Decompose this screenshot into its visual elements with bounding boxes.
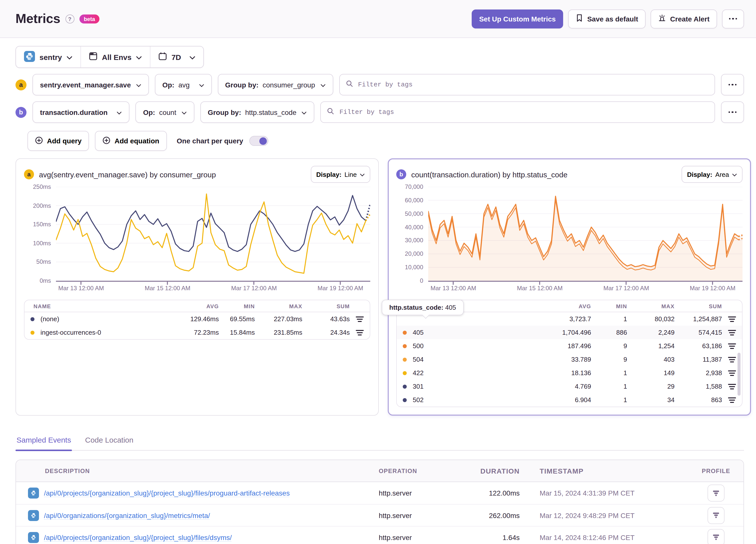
chart-b-badge: b bbox=[396, 169, 406, 179]
event-timestamp: Mar 12, 2024 9:48:29 PM CET bbox=[524, 511, 689, 519]
chevron-down-icon bbox=[117, 108, 122, 116]
query-a-metric-select[interactable]: sentry.event_manager.save bbox=[32, 74, 149, 95]
event-description-link[interactable]: /api/0/projects/{organization_slug}/{pro… bbox=[44, 533, 379, 541]
series-avg: 33.789 bbox=[544, 356, 591, 363]
project-selector[interactable]: sentry bbox=[16, 46, 80, 67]
y-tick-label: 50,000 bbox=[405, 210, 423, 217]
date-range-selector[interactable]: 7D bbox=[150, 46, 203, 67]
query-a-tag-filter-input[interactable] bbox=[357, 80, 709, 89]
legend-series-row[interactable]: 500 187.496 9 1,254 63,186 bbox=[397, 339, 742, 353]
y-tick-label: 10,000 bbox=[405, 264, 423, 271]
series-color-dot bbox=[30, 330, 34, 334]
legend-scrollbar[interactable] bbox=[738, 353, 741, 396]
series-tooltip: http.status_code: 405 bbox=[382, 300, 463, 315]
y-tick-label: 100ms bbox=[33, 240, 51, 247]
chart-b-display-select[interactable]: Display: Area bbox=[682, 166, 743, 183]
event-duration: 122.00ms bbox=[464, 489, 524, 497]
x-tick bbox=[539, 282, 540, 285]
search-icon bbox=[327, 107, 335, 117]
event-timestamp: Mar 15, 2024 4:31:39 PM CET bbox=[524, 489, 689, 497]
one-chart-per-query-toggle[interactable] bbox=[249, 136, 268, 146]
environment-selector-value: All Envs bbox=[102, 53, 131, 61]
col-profile: PROFILE bbox=[689, 467, 744, 474]
header-more-button[interactable] bbox=[722, 9, 744, 28]
series-name: 502 bbox=[412, 396, 544, 404]
y-tick-label: 200ms bbox=[33, 202, 51, 209]
add-equation-label: Add equation bbox=[114, 137, 159, 145]
series-min: 1 bbox=[591, 396, 627, 404]
series-sum: 863 bbox=[675, 396, 722, 404]
environment-icon bbox=[89, 52, 97, 62]
op-label: Op: bbox=[162, 81, 174, 89]
y-tick-label: 60,000 bbox=[405, 197, 423, 204]
create-alert-label: Create Alert bbox=[670, 15, 710, 23]
series-max: 80,032 bbox=[627, 315, 675, 323]
plot-area[interactable]: Mar 13 12:00 AMMar 15 12:00 AMMar 17 12:… bbox=[428, 187, 743, 293]
query-b-tag-filter-input[interactable] bbox=[339, 108, 709, 116]
view-profile-button[interactable] bbox=[708, 529, 725, 544]
x-tick bbox=[254, 282, 254, 285]
legend-series-row[interactable]: 422 18.136 1 149 2,938 bbox=[397, 366, 742, 380]
x-tick-label: Mar 19 12:00 AM bbox=[690, 285, 736, 292]
event-description-link[interactable]: /api/0/organizations/{organization_slug}… bbox=[44, 511, 379, 519]
x-tick bbox=[167, 282, 168, 285]
query-b-metric-select[interactable]: transaction.duration bbox=[32, 101, 130, 123]
setup-custom-metrics-button[interactable]: Set Up Custom Metrics bbox=[472, 9, 563, 28]
chevron-down-icon bbox=[136, 53, 142, 61]
query-a-more-button[interactable] bbox=[721, 74, 744, 95]
y-tick-label: 50ms bbox=[36, 259, 51, 266]
legend-series-row[interactable]: 405 1,704.496 886 2,249 574,415 bbox=[397, 326, 742, 339]
legend-col-max: MAX bbox=[255, 303, 302, 309]
series-menu-icon[interactable] bbox=[350, 315, 370, 322]
help-icon[interactable]: ? bbox=[65, 14, 74, 23]
event-description-link[interactable]: /api/0/projects/{organization_slug}/{pro… bbox=[44, 489, 379, 497]
create-alert-button[interactable]: Create Alert bbox=[651, 9, 717, 28]
plot-area[interactable]: Mar 13 12:00 AMMar 15 12:00 AMMar 17 12:… bbox=[56, 187, 370, 293]
series-menu-icon[interactable] bbox=[722, 342, 742, 349]
query-a-groupby-select[interactable]: Group by: consumer_group bbox=[218, 74, 333, 95]
toggle-knob bbox=[259, 137, 267, 145]
series-menu-icon[interactable] bbox=[722, 396, 742, 403]
series-avg: 187.496 bbox=[544, 342, 591, 350]
legend-series-row[interactable]: ingest-occurrences-0 72.23ms 15.84ms 231… bbox=[24, 326, 370, 339]
series-avg: 3,723.7 bbox=[544, 315, 591, 323]
chart-a-display-select[interactable]: Display: Line bbox=[311, 166, 370, 183]
legend-series-row[interactable]: 502 6.904 1 34 863 bbox=[397, 393, 742, 407]
query-b-groupby-select[interactable]: Group by: http.status_code bbox=[200, 101, 314, 123]
add-equation-button[interactable]: Add equation bbox=[95, 131, 167, 151]
query-row-b: b transaction.duration Op: count Group b… bbox=[15, 101, 744, 123]
series-menu-icon[interactable] bbox=[722, 315, 742, 322]
query-a-op-select[interactable]: Op: avg bbox=[155, 74, 212, 95]
area-chart-status-code[interactable]: 010,00020,00030,00040,00050,00060,00070,… bbox=[396, 187, 743, 293]
series-avg: 72.23ms bbox=[171, 329, 219, 336]
query-b-groupby-value: http.status_code bbox=[245, 108, 297, 116]
query-b-op-select[interactable]: Op: count bbox=[136, 101, 194, 123]
add-query-button[interactable]: Add query bbox=[27, 131, 89, 151]
save-as-default-button[interactable]: Save as default bbox=[568, 9, 646, 28]
tab-code-location[interactable]: Code Location bbox=[84, 436, 134, 450]
series-menu-icon[interactable] bbox=[350, 329, 370, 336]
x-tick-label: Mar 13 12:00 AM bbox=[58, 285, 104, 292]
ellipsis-icon bbox=[729, 18, 737, 20]
chart-a-display-value: Line bbox=[345, 171, 357, 178]
legend-series-row[interactable]: (none) 129.46ms 69.55ms 227.03ms 43.63s bbox=[24, 312, 370, 326]
chart-b-legend-table: NAME AVG MIN MAX SUM 3,723.7 1 80,032 1,… bbox=[396, 300, 743, 407]
series-name: 422 bbox=[412, 369, 544, 377]
query-b-more-button[interactable] bbox=[721, 101, 744, 123]
x-tick bbox=[340, 282, 341, 285]
query-b-metric-value: transaction.duration bbox=[40, 108, 108, 116]
legend-series-row[interactable]: 301 4.769 1 29 1,588 bbox=[397, 380, 742, 393]
series-min: 1 bbox=[591, 369, 627, 377]
event-operation: http.server bbox=[379, 489, 464, 497]
series-menu-icon[interactable] bbox=[722, 329, 742, 336]
series-color-dot bbox=[403, 330, 407, 334]
environment-selector[interactable]: All Envs bbox=[80, 46, 150, 67]
page-title: Metrics bbox=[15, 11, 60, 26]
view-profile-button[interactable] bbox=[708, 485, 725, 502]
view-profile-button[interactable] bbox=[708, 507, 725, 524]
line-chart-consumer-group[interactable]: 0ms50ms100ms150ms200ms250msMar 13 12:00 … bbox=[24, 187, 370, 293]
query-a-metric-value: sentry.event_manager.save bbox=[40, 81, 131, 89]
tooltip-label: http.status_code: bbox=[389, 304, 443, 311]
legend-series-row[interactable]: 504 33.789 9 403 11,387 bbox=[397, 353, 742, 366]
tab-sampled-events[interactable]: Sampled Events bbox=[15, 436, 72, 450]
